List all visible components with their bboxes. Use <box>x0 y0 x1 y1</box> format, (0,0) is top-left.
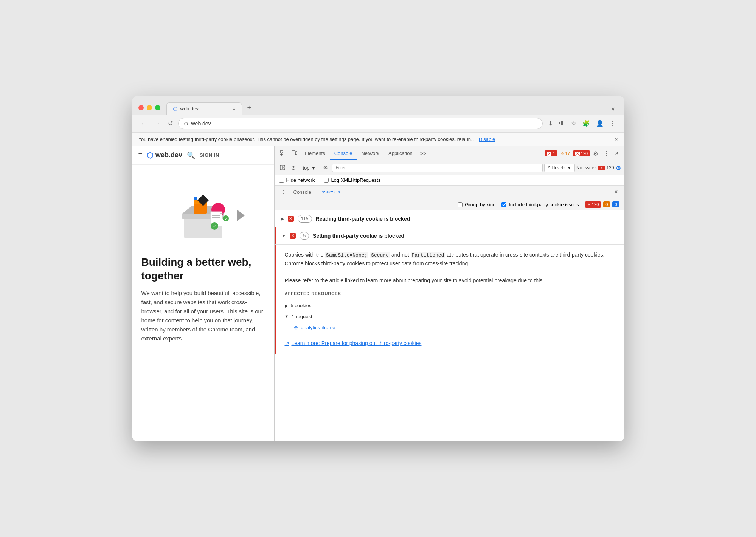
no-issues-count: 120 <box>606 165 614 170</box>
info-bar-close-button[interactable]: × <box>615 136 618 142</box>
hide-network-label: Hide network <box>286 177 315 183</box>
console-sidebar-button[interactable] <box>278 164 287 172</box>
reading-issue-row: ▶ ✕ 115 Reading third-party cookie is bl… <box>275 210 624 227</box>
requests-arrow: ▼ <box>285 313 289 320</box>
console-filter-input[interactable] <box>332 164 542 172</box>
levels-arrow: ▼ <box>567 165 571 170</box>
back-button[interactable]: ← <box>138 119 149 128</box>
issues-panel-close-button[interactable]: × <box>611 187 621 197</box>
devtools-badges: ✕ 1 ⚠ 17 ✕ 120 <box>545 150 590 156</box>
group-by-kind-label[interactable]: Group by kind <box>458 202 495 207</box>
cookies-text: 5 cookies <box>291 302 312 310</box>
devtools-toolbar: Elements Console Network Application >> <box>275 146 624 161</box>
include-third-party-text: Include third-party cookie issues <box>509 202 579 207</box>
site-logo-text: web.dev <box>155 151 182 159</box>
info-bar-link[interactable]: Disable <box>479 136 495 142</box>
setting-issue-title: Setting third-party cookie is blocked <box>313 233 608 239</box>
reading-issue-arrow: ▶ <box>281 216 284 221</box>
include-third-party-label[interactable]: Include third-party cookie issues <box>501 202 579 207</box>
affected-resource-requests[interactable]: ▼ 1 request <box>285 311 615 322</box>
tab-expand-icon[interactable]: ∨ <box>608 103 618 115</box>
extensions-icon[interactable]: 🧩 <box>580 118 592 128</box>
traffic-lights <box>138 105 160 110</box>
levels-dropdown[interactable]: All levels ▼ <box>544 164 575 172</box>
devtools-tab-console[interactable]: Console <box>330 147 357 160</box>
forward-button[interactable]: → <box>152 119 163 128</box>
download-icon[interactable]: ⬇ <box>546 118 555 128</box>
analytics-globe-icon: ⊕ <box>294 324 298 332</box>
minimize-traffic-light[interactable] <box>147 105 152 110</box>
setting-issue-paragraph1: Cookies with the SameSite=None; Secure a… <box>285 251 615 268</box>
devtools-tab-network[interactable]: Network <box>357 147 384 160</box>
reading-issue-error-icon: ✕ <box>288 216 294 222</box>
refresh-button[interactable]: ↺ <box>166 118 175 128</box>
svg-marker-15 <box>237 210 245 221</box>
tab-close-button[interactable]: × <box>233 106 235 111</box>
issues-options: Group by kind Include third-party cookie… <box>275 199 624 210</box>
browser-tab[interactable]: ⬡ web.dev × <box>166 102 242 115</box>
include-third-party-checkbox[interactable] <box>501 202 506 207</box>
devtools-tab-elements[interactable]: Elements <box>300 147 330 160</box>
hero-text: We want to help you build beautiful, acc… <box>141 289 265 343</box>
affected-resource-analytics[interactable]: ⊕ analytics-iframe <box>285 322 615 333</box>
learn-more-link[interactable]: ↗ Learn more: Prepare for phasing out th… <box>285 339 615 347</box>
issues-subtabs: ⋮ Console Issues × × <box>275 186 624 199</box>
profile-icon[interactable]: 👤 <box>594 118 606 128</box>
context-dropdown-arrow: ▼ <box>311 165 316 171</box>
setting-issue-paragraph2: Please refer to the article linked to le… <box>285 276 615 285</box>
devtools-inspect-button[interactable] <box>278 149 288 159</box>
setting-issue-count: 5 <box>300 232 309 240</box>
no-issues-x-icon: ✕ <box>598 166 605 170</box>
console-eye-button[interactable]: 👁 <box>321 164 331 172</box>
issues-info-badge: 0 <box>612 201 619 207</box>
reading-issue-title: Reading third-party cookie is blocked <box>316 216 608 222</box>
sidebar-nav: ≡ ⬡ web.dev 🔍 SIGN IN <box>132 146 274 165</box>
new-tab-button[interactable]: + <box>243 101 256 115</box>
devtools-close-button[interactable]: × <box>613 149 621 158</box>
reading-issue-header[interactable]: ▶ ✕ 115 Reading third-party cookie is bl… <box>281 215 618 223</box>
sidebar-hero: ✓ ✓ Building a better web, together We w… <box>132 165 274 441</box>
chrome-menu-icon[interactable]: ⋮ <box>607 118 618 128</box>
reading-issue-more-icon[interactable]: ⋮ <box>612 215 618 222</box>
affected-resource-cookies[interactable]: ▶ 5 cookies <box>285 300 615 311</box>
issues-subtabs-more-icon[interactable]: ⋮ <box>278 187 289 197</box>
devtools-settings-button[interactable]: ⚙ <box>591 149 601 159</box>
devtools-device-button[interactable] <box>289 149 300 159</box>
log-xhr-checkbox[interactable] <box>324 178 329 183</box>
levels-label: All levels <box>548 165 565 170</box>
issues-warning-badge: 0 <box>603 201 610 207</box>
bookmark-icon[interactable]: ☆ <box>569 118 579 128</box>
hide-network-checkbox[interactable] <box>279 178 284 183</box>
hamburger-menu-icon[interactable]: ≡ <box>138 151 143 159</box>
svg-rect-23 <box>283 165 285 167</box>
console-clear-button[interactable]: ⊘ <box>289 164 298 172</box>
browser-window: ⬡ web.dev × + ∨ ← → ↺ ⊙ web.dev ⬇ 👁 ☆ 🧩 … <box>132 96 624 441</box>
address-bar[interactable]: ⊙ web.dev <box>178 118 543 129</box>
svg-text:✓: ✓ <box>224 217 227 221</box>
eye-off-icon[interactable]: 👁 <box>557 119 567 128</box>
devtools-tab-application[interactable]: Application <box>384 147 417 160</box>
title-bar: ⬡ web.dev × + ∨ <box>132 96 624 115</box>
no-issues-badge: No Issues ✕ 120 <box>576 165 614 170</box>
svg-point-14 <box>194 197 197 200</box>
devtools-tabs-more[interactable]: >> <box>417 149 429 158</box>
devtools-more-button[interactable]: ⋮ <box>601 149 612 159</box>
setting-issue-header[interactable]: ▼ ✕ 5 Setting third-party cookie is bloc… <box>282 232 618 240</box>
setting-issue-more-icon[interactable]: ⋮ <box>612 232 618 239</box>
hide-network-checkbox-label[interactable]: Hide network <box>279 177 315 183</box>
search-icon[interactable]: 🔍 <box>187 151 195 159</box>
log-xhr-checkbox-label[interactable]: Log XMLHttpRequests <box>324 177 380 183</box>
maximize-traffic-light[interactable] <box>155 105 160 110</box>
group-by-kind-checkbox[interactable] <box>458 202 463 207</box>
log-xhr-label: Log XMLHttpRequests <box>331 177 380 183</box>
learn-more-external-icon: ↗ <box>285 339 289 347</box>
info-bar-text: You have enabled testing third-party coo… <box>138 136 476 142</box>
console-subtab[interactable]: Console <box>289 186 316 198</box>
close-traffic-light[interactable] <box>138 105 144 110</box>
issues-subtab[interactable]: Issues × <box>316 186 345 198</box>
console-gear-icon[interactable]: ⚙ <box>616 164 621 172</box>
issues-subtab-close-icon[interactable]: × <box>337 189 340 195</box>
sign-in-button[interactable]: SIGN IN <box>200 152 219 158</box>
setting-issue-row: ▼ ✕ 5 Setting third-party cookie is bloc… <box>275 227 624 245</box>
context-dropdown[interactable]: top ▼ <box>300 164 320 172</box>
